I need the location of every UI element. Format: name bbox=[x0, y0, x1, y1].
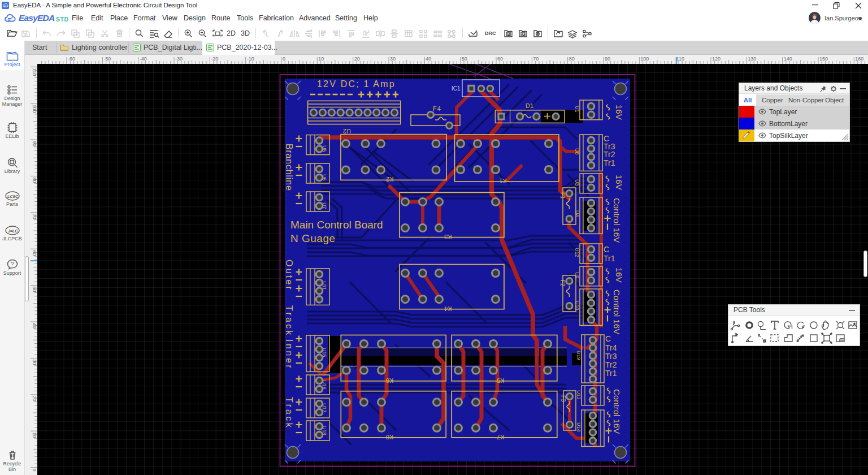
svg-text:DRC: DRC bbox=[485, 31, 496, 36]
svg-text:C: C bbox=[604, 245, 609, 254]
svg-text:Tr1: Tr1 bbox=[605, 369, 617, 378]
svg-text:F3: F3 bbox=[560, 395, 566, 402]
svg-text:K7: K7 bbox=[497, 434, 504, 441]
svg-text:Tr4: Tr4 bbox=[605, 343, 617, 352]
svg-text:110: 110 bbox=[32, 68, 37, 76]
svg-text:-40: -40 bbox=[140, 56, 147, 62]
svg-text:Control 16V: Control 16V bbox=[612, 198, 622, 243]
svg-text:90: 90 bbox=[605, 56, 610, 62]
svg-text:U3: U3 bbox=[574, 179, 580, 186]
svg-text:Tr2: Tr2 bbox=[605, 360, 617, 369]
svg-text:Track: Track bbox=[284, 397, 294, 429]
svg-text:U1: U1 bbox=[574, 106, 580, 113]
svg-text:G: G bbox=[522, 32, 526, 36]
svg-text:K4: K4 bbox=[444, 305, 452, 312]
svg-text:100: 100 bbox=[640, 56, 649, 62]
svg-text:K1: K1 bbox=[499, 178, 506, 184]
svg-text:110: 110 bbox=[676, 56, 684, 62]
svg-text:F2: F2 bbox=[559, 280, 566, 287]
svg-text:10: 10 bbox=[318, 56, 324, 62]
svg-text:-10: -10 bbox=[247, 56, 254, 62]
svg-text:30: 30 bbox=[32, 359, 37, 365]
svg-text:20: 20 bbox=[32, 396, 37, 401]
svg-text:U16: U16 bbox=[322, 380, 327, 390]
svg-text:160: 160 bbox=[855, 56, 863, 62]
svg-text:K6: K6 bbox=[386, 377, 393, 384]
svg-text:Tr1: Tr1 bbox=[604, 158, 615, 167]
svg-text:70: 70 bbox=[533, 56, 539, 62]
svg-text:80: 80 bbox=[32, 177, 37, 183]
svg-text:U15: U15 bbox=[322, 348, 327, 357]
svg-text:90: 90 bbox=[32, 141, 37, 146]
svg-text:U7: U7 bbox=[322, 202, 327, 209]
svg-text:2D: 2D bbox=[227, 29, 236, 37]
svg-text:50: 50 bbox=[32, 287, 37, 292]
svg-text:K8: K8 bbox=[386, 434, 393, 441]
svg-text:B: B bbox=[507, 32, 510, 36]
svg-text:Outer: Outer bbox=[284, 260, 294, 291]
svg-text:K5: K5 bbox=[497, 377, 504, 384]
svg-text:-30: -30 bbox=[175, 56, 183, 62]
svg-text:U12: U12 bbox=[574, 248, 580, 257]
svg-text:-60: -60 bbox=[68, 56, 75, 62]
svg-text:40: 40 bbox=[32, 323, 37, 329]
svg-text:U19: U19 bbox=[576, 351, 581, 360]
svg-text:50: 50 bbox=[462, 56, 467, 62]
svg-text:70: 70 bbox=[32, 214, 37, 219]
svg-text:0: 0 bbox=[283, 56, 285, 62]
svg-text:16V: 16V bbox=[614, 105, 624, 120]
svg-text:150: 150 bbox=[819, 56, 828, 62]
svg-text:Control 16V: Control 16V bbox=[612, 290, 622, 334]
svg-text:140: 140 bbox=[784, 56, 792, 62]
svg-text:Track: Track bbox=[284, 305, 294, 336]
svg-text:Inner: Inner bbox=[284, 339, 294, 370]
svg-text:16V: 16V bbox=[614, 175, 624, 190]
svg-text:3D: 3D bbox=[241, 29, 250, 37]
svg-text:U18: U18 bbox=[322, 426, 327, 435]
svg-text:80: 80 bbox=[569, 56, 575, 62]
svg-text:F1: F1 bbox=[559, 192, 566, 199]
svg-text:LCSC: LCSC bbox=[7, 195, 19, 198]
svg-text:Main Control Board: Main Control Board bbox=[290, 219, 383, 231]
svg-text:-20: -20 bbox=[211, 56, 218, 62]
svg-text:N Guage: N Guage bbox=[290, 232, 336, 244]
svg-text:U11: U11 bbox=[322, 281, 327, 290]
svg-text:U17: U17 bbox=[322, 403, 327, 413]
svg-text:U4: U4 bbox=[574, 210, 580, 217]
svg-text:U8: U8 bbox=[574, 148, 580, 155]
svg-text:J=LC: J=LC bbox=[8, 229, 18, 233]
svg-text:?: ? bbox=[11, 261, 14, 267]
svg-text:D1: D1 bbox=[526, 102, 533, 109]
svg-text:U2: U2 bbox=[343, 128, 351, 135]
svg-text:-50: -50 bbox=[103, 56, 111, 62]
svg-text:100: 100 bbox=[32, 105, 37, 113]
svg-text:Tr2: Tr2 bbox=[604, 150, 615, 159]
svg-text:0: 0 bbox=[32, 469, 37, 472]
svg-text:U14: U14 bbox=[576, 422, 581, 432]
svg-text:U10: U10 bbox=[574, 301, 580, 310]
svg-text:16V: 16V bbox=[614, 267, 624, 283]
svg-text:Tr3: Tr3 bbox=[605, 352, 617, 361]
svg-text:30: 30 bbox=[390, 56, 396, 62]
svg-text:U6: U6 bbox=[322, 174, 327, 181]
svg-text:10: 10 bbox=[32, 432, 37, 438]
svg-text:K3: K3 bbox=[444, 234, 452, 240]
svg-text:F4: F4 bbox=[433, 105, 441, 112]
svg-text:IC1: IC1 bbox=[452, 85, 461, 92]
svg-text:U5: U5 bbox=[322, 145, 327, 152]
svg-text:120: 120 bbox=[712, 56, 721, 62]
svg-text:C: C bbox=[605, 334, 611, 343]
svg-text:12V DC; 1 Amp: 12V DC; 1 Amp bbox=[317, 79, 396, 89]
svg-text:Branchline: Branchline bbox=[284, 144, 294, 191]
svg-text:130: 130 bbox=[748, 56, 756, 62]
svg-text:K2: K2 bbox=[386, 176, 393, 183]
svg-text:Control 16V: Control 16V bbox=[612, 389, 622, 434]
svg-text:60: 60 bbox=[497, 56, 503, 62]
svg-text:20: 20 bbox=[354, 56, 360, 62]
svg-text:Tr1: Tr1 bbox=[604, 254, 615, 263]
svg-text:U13: U13 bbox=[576, 390, 581, 400]
svg-text:60: 60 bbox=[32, 250, 37, 256]
svg-text:40: 40 bbox=[426, 56, 431, 62]
